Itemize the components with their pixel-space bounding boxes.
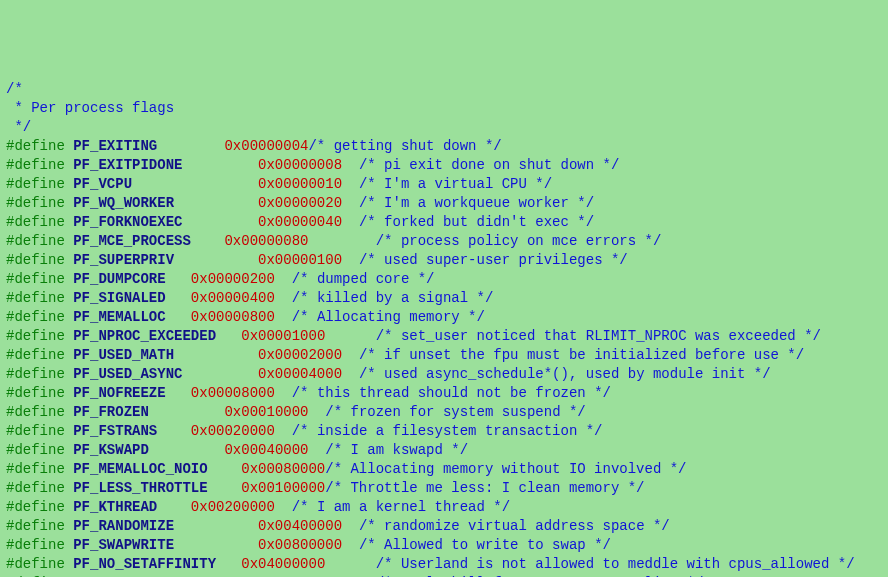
define-row: #define PF_NO_SETAFFINITY 0x04000000 /* … [6, 555, 882, 574]
macro-name: PF_LESS_THROTTLE [73, 480, 207, 496]
comment-line: * Per process flags [6, 99, 882, 118]
keyword-define: #define [6, 442, 65, 458]
macro-name: PF_SUPERPRIV [73, 252, 174, 268]
macro-comment: /* I'm a virtual CPU */ [359, 176, 552, 192]
macro-value: 0x00000004 [224, 138, 308, 154]
macro-comment: /* killed by a signal */ [292, 290, 494, 306]
macro-comment: /* Allowed to write to swap */ [359, 537, 611, 553]
define-row: #define PF_MEMALLOC 0x00000800 /* Alloca… [6, 308, 882, 327]
define-row: #define PF_FSTRANS 0x00020000 /* inside … [6, 422, 882, 441]
macro-name: PF_KTHREAD [73, 499, 157, 515]
macro-name: PF_WQ_WORKER [73, 195, 174, 211]
macro-value: 0x00000100 [258, 252, 342, 268]
keyword-define: #define [6, 138, 65, 154]
macro-comment: /* getting shut down */ [308, 138, 501, 154]
define-row: #define PF_SUPERPRIV 0x00000100 /* used … [6, 251, 882, 270]
macro-name: PF_SIGNALED [73, 290, 165, 306]
keyword-define: #define [6, 537, 65, 553]
keyword-define: #define [6, 290, 65, 306]
macro-name: PF_FROZEN [73, 404, 149, 420]
keyword-define: #define [6, 176, 65, 192]
macro-value: 0x00001000 [241, 328, 325, 344]
macro-comment: /* Userland is not allowed to meddle wit… [342, 556, 854, 572]
keyword-define: #define [6, 480, 65, 496]
define-row: #define PF_VCPU 0x00000010 /* I'm a virt… [6, 175, 882, 194]
macro-value: 0x00000400 [191, 290, 275, 306]
macro-value: 0x00008000 [191, 385, 275, 401]
define-row: #define PF_DUMPCORE 0x00000200 /* dumped… [6, 270, 882, 289]
macro-comment: /* I am a kernel thread */ [292, 499, 510, 515]
macro-comment: /* if unset the fpu must be initialized … [359, 347, 804, 363]
macro-value: 0x00000010 [258, 176, 342, 192]
macro-value: 0x00020000 [191, 423, 275, 439]
macro-comment: /* randomize virtual address space */ [359, 518, 670, 534]
define-row: #define PF_NPROC_EXCEEDED 0x00001000 /* … [6, 327, 882, 346]
macro-comment: /* inside a filesystem transaction */ [292, 423, 603, 439]
macro-value: 0x00000008 [258, 157, 342, 173]
macro-comment: /* I'm a workqueue worker */ [359, 195, 594, 211]
macro-name: PF_SWAPWRITE [73, 537, 174, 553]
define-row: #define PF_MEMALLOC_NOIO 0x00080000/* Al… [6, 460, 882, 479]
macro-value: 0x00000020 [258, 195, 342, 211]
macro-name: PF_EXITPIDONE [73, 157, 182, 173]
define-row: #define PF_SWAPWRITE 0x00800000 /* Allow… [6, 536, 882, 555]
keyword-define: #define [6, 556, 65, 572]
define-row: #define PF_KSWAPD 0x00040000 /* I am ksw… [6, 441, 882, 460]
define-row: #define PF_MCE_PROCESS 0x00000080 /* pro… [6, 232, 882, 251]
define-row: #define PF_LESS_THROTTLE 0x00100000/* Th… [6, 479, 882, 498]
macro-name: PF_DUMPCORE [73, 271, 165, 287]
keyword-define: #define [6, 233, 65, 249]
macro-comment: /* pi exit done on shut down */ [359, 157, 619, 173]
macro-comment: /* Allocating memory without IO involved… [325, 461, 686, 477]
keyword-define: #define [6, 423, 65, 439]
comment-line: */ [6, 118, 882, 137]
macro-comment: /* this thread should not be frozen */ [292, 385, 611, 401]
code-block: /* * Per process flags */#define PF_EXIT… [6, 80, 882, 577]
macro-value: 0x00000200 [191, 271, 275, 287]
macro-value: 0x00004000 [258, 366, 342, 382]
macro-comment: /* used async_schedule*(), used by modul… [359, 366, 771, 382]
macro-value: 0x00800000 [258, 537, 342, 553]
keyword-define: #define [6, 518, 65, 534]
keyword-define: #define [6, 347, 65, 363]
define-row: #define PF_SIGNALED 0x00000400 /* killed… [6, 289, 882, 308]
comment-line: /* [6, 80, 882, 99]
define-row: #define PF_WQ_WORKER 0x00000020 /* I'm a… [6, 194, 882, 213]
define-row: #define PF_RANDOMIZE 0x00400000 /* rando… [6, 517, 882, 536]
macro-comment: /* process policy on mce errors */ [325, 233, 661, 249]
macro-value: 0x00002000 [258, 347, 342, 363]
macro-comment: /* forked but didn't exec */ [359, 214, 594, 230]
macro-value: 0x00200000 [191, 499, 275, 515]
macro-comment: /* Allocating memory */ [292, 309, 485, 325]
keyword-define: #define [6, 461, 65, 477]
macro-value: 0x00000080 [224, 233, 308, 249]
macro-name: PF_VCPU [73, 176, 132, 192]
keyword-define: #define [6, 499, 65, 515]
define-row: #define PF_USED_MATH 0x00002000 /* if un… [6, 346, 882, 365]
macro-value: 0x00040000 [224, 442, 308, 458]
define-row: #define PF_USED_ASYNC 0x00004000 /* used… [6, 365, 882, 384]
macro-comment: /* Throttle me less: I clean memory */ [325, 480, 644, 496]
macro-value: 0x00080000 [241, 461, 325, 477]
macro-comment: /* frozen for system suspend */ [325, 404, 585, 420]
macro-name: PF_NPROC_EXCEEDED [73, 328, 216, 344]
define-row: #define PF_EXITPIDONE 0x00000008 /* pi e… [6, 156, 882, 175]
define-row: #define PF_FORKNOEXEC 0x00000040 /* fork… [6, 213, 882, 232]
define-row: #define PF_EXITING 0x00000004/* getting … [6, 137, 882, 156]
macro-name: PF_MCE_PROCESS [73, 233, 191, 249]
macro-value: 0x00400000 [258, 518, 342, 534]
macro-comment: /* set_user noticed that RLIMIT_NPROC wa… [342, 328, 821, 344]
define-row: #define PF_NOFREEZE 0x00008000 /* this t… [6, 384, 882, 403]
define-row: #define PF_KTHREAD 0x00200000 /* I am a … [6, 498, 882, 517]
macro-value: 0x00100000 [241, 480, 325, 496]
keyword-define: #define [6, 271, 65, 287]
macro-comment: /* dumped core */ [292, 271, 435, 287]
keyword-define: #define [6, 195, 65, 211]
keyword-define: #define [6, 328, 65, 344]
macro-comment: /* used super-user privileges */ [359, 252, 628, 268]
keyword-define: #define [6, 252, 65, 268]
macro-name: PF_NO_SETAFFINITY [73, 556, 216, 572]
macro-name: PF_USED_MATH [73, 347, 174, 363]
macro-name: PF_FORKNOEXEC [73, 214, 182, 230]
macro-name: PF_NOFREEZE [73, 385, 165, 401]
